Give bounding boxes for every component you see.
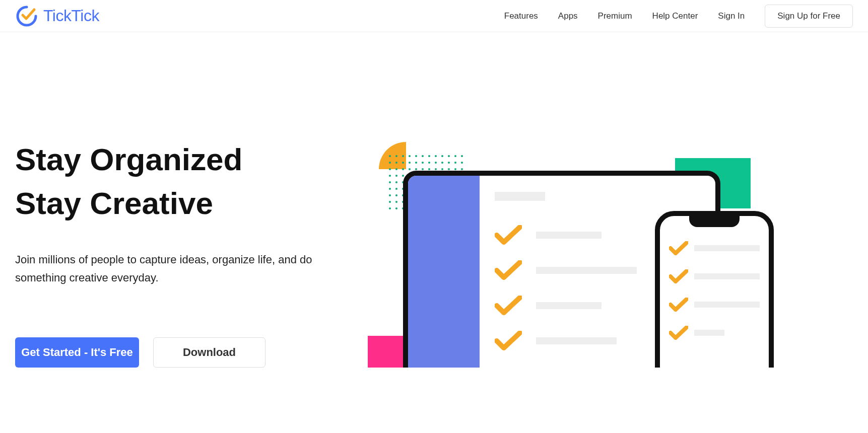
svg-point-9 xyxy=(448,155,450,157)
svg-point-4 xyxy=(415,155,417,157)
phone-check-row xyxy=(669,241,760,255)
svg-point-27 xyxy=(409,168,411,170)
svg-point-5 xyxy=(422,155,424,157)
svg-point-2 xyxy=(402,155,404,157)
check-icon xyxy=(495,260,522,280)
svg-point-11 xyxy=(461,155,463,157)
hero-title-line1: Stay Organized xyxy=(15,142,242,177)
check-icon xyxy=(495,225,522,245)
hero-subtitle: Join millions of people to capture ideas… xyxy=(15,251,343,287)
nav-link-features[interactable]: Features xyxy=(504,11,538,21)
svg-point-34 xyxy=(454,168,456,170)
svg-point-26 xyxy=(402,168,404,170)
svg-point-37 xyxy=(395,175,397,177)
phone-check-row xyxy=(669,298,760,312)
svg-point-23 xyxy=(461,162,463,164)
phone-check-row xyxy=(669,326,760,340)
phone-notch xyxy=(689,215,740,227)
main-nav: Features Apps Premium Help Center Sign I… xyxy=(504,5,853,28)
svg-point-1 xyxy=(395,155,397,157)
svg-point-21 xyxy=(448,162,450,164)
svg-point-31 xyxy=(435,168,437,170)
hero-illustration xyxy=(363,133,801,368)
svg-point-20 xyxy=(441,162,443,164)
check-icon xyxy=(669,241,688,255)
svg-point-24 xyxy=(389,168,391,170)
svg-point-14 xyxy=(402,162,404,164)
check-icon xyxy=(495,331,522,351)
svg-point-28 xyxy=(415,168,417,170)
svg-point-25 xyxy=(395,168,397,170)
hero-buttons: Get Started - It's Free Download xyxy=(15,337,368,368)
hero-title: Stay Organized Stay Creative xyxy=(15,138,368,226)
nav-link-apps[interactable]: Apps xyxy=(558,11,578,21)
svg-point-6 xyxy=(428,155,430,157)
hero-title-line2: Stay Creative xyxy=(15,186,213,221)
brand-logo[interactable]: TickTick xyxy=(15,5,99,28)
svg-point-7 xyxy=(435,155,437,157)
svg-point-49 xyxy=(395,181,397,183)
svg-point-16 xyxy=(415,162,417,164)
site-header: TickTick Features Apps Premium Help Cent… xyxy=(0,0,868,32)
svg-point-0 xyxy=(389,155,391,157)
svg-point-96 xyxy=(389,207,391,209)
svg-point-19 xyxy=(435,162,437,164)
svg-point-36 xyxy=(389,175,391,177)
hero-content: Stay Organized Stay Creative Join millio… xyxy=(15,138,368,368)
phone-illustration xyxy=(655,211,774,368)
nav-link-help[interactable]: Help Center xyxy=(652,11,698,21)
hero-section: Stay Organized Stay Creative Join millio… xyxy=(0,32,868,368)
brand-name: TickTick xyxy=(43,7,99,25)
phone-check-row xyxy=(669,269,760,283)
nav-link-premium[interactable]: Premium xyxy=(598,11,632,21)
svg-point-17 xyxy=(422,162,424,164)
svg-point-61 xyxy=(395,188,397,190)
svg-point-33 xyxy=(448,168,450,170)
svg-point-10 xyxy=(454,155,456,157)
svg-point-85 xyxy=(395,201,397,203)
svg-point-30 xyxy=(428,168,430,170)
svg-point-48 xyxy=(389,181,391,183)
svg-point-73 xyxy=(395,194,397,196)
nav-link-signin[interactable]: Sign In xyxy=(718,11,745,21)
svg-point-35 xyxy=(461,168,463,170)
svg-point-8 xyxy=(441,155,443,157)
svg-point-84 xyxy=(389,201,391,203)
svg-point-18 xyxy=(428,162,430,164)
svg-point-60 xyxy=(389,188,391,190)
svg-point-15 xyxy=(409,162,411,164)
svg-point-29 xyxy=(422,168,424,170)
download-button[interactable]: Download xyxy=(153,337,265,368)
check-icon xyxy=(669,298,688,312)
svg-point-97 xyxy=(395,207,397,209)
logo-check-icon xyxy=(15,5,38,28)
get-started-button[interactable]: Get Started - It's Free xyxy=(15,337,139,368)
laptop-sidebar xyxy=(408,176,480,368)
signup-button[interactable]: Sign Up for Free xyxy=(765,5,853,28)
svg-point-13 xyxy=(395,162,397,164)
svg-point-32 xyxy=(441,168,443,170)
phone-content xyxy=(669,226,760,340)
svg-point-22 xyxy=(454,162,456,164)
svg-point-3 xyxy=(409,155,411,157)
svg-point-12 xyxy=(389,162,391,164)
svg-point-72 xyxy=(389,194,391,196)
content-header-bar xyxy=(495,192,545,201)
check-icon xyxy=(495,296,522,316)
check-icon xyxy=(669,326,688,340)
check-icon xyxy=(669,269,688,283)
